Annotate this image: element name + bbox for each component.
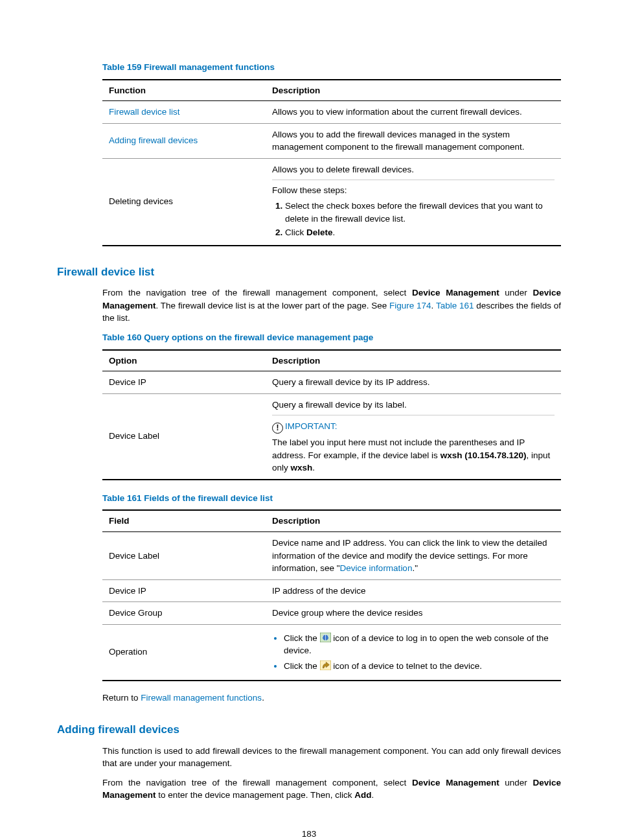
table-row: Adding firewall devices Allows you to ad… [102,123,561,158]
table-161-caption: Table 161 Fields of the firewall device … [102,492,561,505]
step-item: Click Delete. [285,226,555,239]
table-cell: Device Group [102,602,266,625]
paragraph: From the navigation tree of the firewall… [102,776,561,802]
table-header: Field [102,510,266,531]
text: The label you input here must not includ… [272,436,555,474]
text: Query a firewall device by its label. [272,399,555,412]
table-row: Firewall device list Allows you to view … [102,101,561,124]
bullet-item: Click the icon of a device to telnet to … [284,660,555,673]
table-cell: Device IP [102,579,266,602]
web-console-icon [320,633,331,642]
table-cell: Deleting devices [102,158,266,245]
return-line: Return to Firewall management functions. [102,692,561,705]
table-row: Operation Click the icon of a device to … [102,624,561,680]
table-159: Function Description Firewall device lis… [102,79,561,246]
table-cell: Click the icon of a device to log in to … [266,624,561,680]
bullet-item: Click the icon of a device to log in to … [284,632,555,657]
table-cell: IP address of the device [266,579,561,602]
table-160: Option Description Device IP Query a fir… [102,349,561,480]
text: Follow these steps: [272,184,555,197]
firewall-device-list-link[interactable]: Firewall device list [109,107,180,117]
table-cell: Allows you to view information about the… [266,101,561,124]
table-row: Device Label Query a firewall device by … [102,393,561,480]
telnet-icon [320,660,331,670]
table-cell: Device name and IP address. You can clic… [266,532,561,580]
table-cell: Device IP [102,371,266,394]
table-cell: Query a firewall device by its label. !I… [266,393,561,480]
section-heading-adding-firewall-devices: Adding firewall devices [57,722,561,738]
table-cell: Allows you to add the firewall devices m… [266,123,561,158]
text: Allows you to delete firewall devices. [272,163,555,176]
paragraph: From the navigation tree of the firewall… [102,286,561,325]
table-header: Function [102,80,266,101]
firewall-management-functions-link[interactable]: Firewall management functions [141,693,262,703]
table-header: Description [266,80,561,101]
adding-firewall-devices-link[interactable]: Adding firewall devices [109,135,198,145]
section-heading-firewall-device-list: Firewall device list [57,264,561,281]
table-cell: Device Label [102,393,266,480]
table-header: Description [266,350,561,371]
paragraph: This function is used to add firewall de… [102,745,561,770]
table-header: Option [102,350,266,371]
table-row: Device Group Device group where the devi… [102,602,561,625]
table-cell: Device group where the device resides [266,602,561,625]
table-161-link[interactable]: Table 161 [436,301,474,310]
table-159-caption: Table 159 Firewall management functions [102,61,561,74]
table-160-caption: Table 160 Query options on the firewall … [102,331,561,344]
table-header: Description [266,510,561,531]
important-label: IMPORTANT: [285,421,338,431]
figure-174-link[interactable]: Figure 174 [389,301,431,310]
step-item: Select the check boxes before the firewa… [285,200,555,225]
table-cell: Operation [102,624,266,680]
table-row: Device Label Device name and IP address.… [102,532,561,580]
table-row: Device IP Query a firewall device by its… [102,371,561,394]
table-row: Device IP IP address of the device [102,579,561,602]
table-cell: Query a firewall device by its IP addres… [266,371,561,394]
table-161: Field Description Device Label Device na… [102,509,561,681]
device-information-link[interactable]: Device information [340,563,413,573]
table-cell: Allows you to delete firewall devices. F… [266,158,561,245]
page-number: 183 [57,828,561,840]
table-cell: Device Label [102,532,266,580]
table-row: Deleting devices Allows you to delete fi… [102,158,561,245]
important-icon: ! [272,423,283,434]
